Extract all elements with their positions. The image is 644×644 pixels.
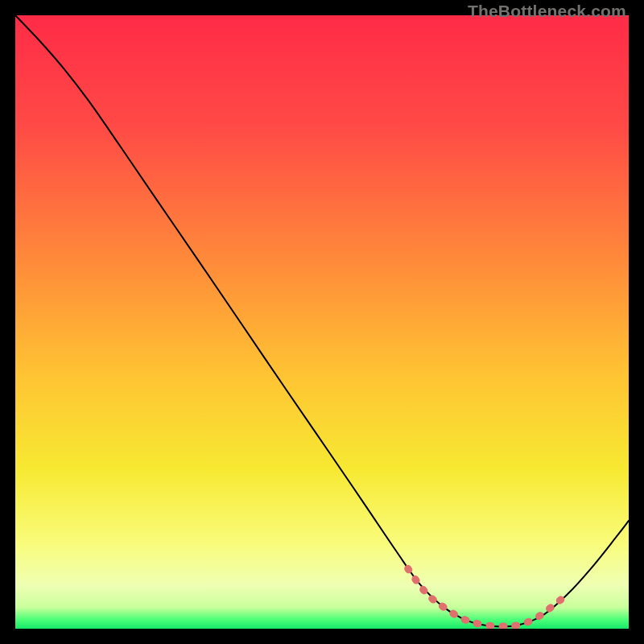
- chart-frame: [15, 15, 629, 629]
- gradient-background: [15, 15, 629, 629]
- bottleneck-chart: [15, 15, 629, 629]
- watermark-text: TheBottleneck.com: [468, 2, 626, 21]
